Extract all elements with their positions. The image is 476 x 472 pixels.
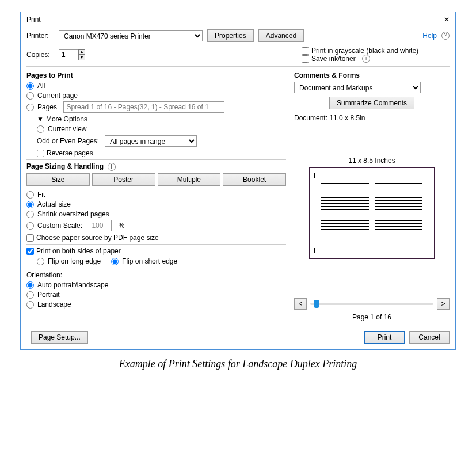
summarize-button[interactable]: Summarize Comments [329, 97, 414, 109]
copies-label: Copies: [26, 51, 54, 59]
print-preview [309, 167, 435, 259]
titlebar: Print ✕ [21, 12, 455, 27]
odd-even-select[interactable]: All pages in range [105, 135, 197, 147]
preview-prev-button[interactable]: < [294, 298, 307, 310]
orient-auto-radio[interactable] [26, 281, 34, 289]
saveink-check-row[interactable]: Save ink/toner i [302, 55, 418, 63]
sizing-title: Page Sizing & Handling i [26, 162, 286, 171]
copies-input[interactable] [59, 49, 78, 60]
print-dialog: Print ✕ Printer: Canon MX470 series Prin… [20, 12, 456, 350]
document-dimensions: Document: 11.0 x 8.5in [294, 114, 450, 122]
flip-long-radio[interactable] [37, 258, 44, 265]
crop-mark-icon [424, 173, 429, 178]
grayscale-check-row[interactable]: Print in grayscale (black and white) [302, 47, 418, 55]
saveink-checkbox[interactable] [302, 55, 309, 63]
multiple-button[interactable]: Multiple [158, 173, 221, 186]
pages-current-radio[interactable] [26, 92, 34, 100]
slider-thumb-icon[interactable] [314, 300, 319, 308]
booklet-button[interactable]: Booklet [223, 173, 286, 186]
print-button[interactable]: Print [364, 331, 405, 344]
pages-range-radio[interactable] [26, 104, 34, 111]
cancel-button[interactable]: Cancel [409, 331, 450, 344]
close-icon[interactable]: ✕ [444, 16, 450, 24]
odd-even-label: Odd or Even Pages: [37, 137, 99, 145]
size-button[interactable]: Size [26, 173, 90, 186]
printer-label: Printer: [26, 32, 54, 40]
actual-radio[interactable] [26, 201, 34, 208]
page-setup-button[interactable]: Page Setup... [31, 331, 88, 344]
copies-up-icon[interactable]: ▲ [78, 49, 85, 55]
orient-portrait-radio[interactable] [26, 291, 34, 299]
duplex-checkbox[interactable] [26, 248, 34, 255]
sizing-info-icon[interactable]: i [108, 163, 116, 171]
saveink-info-icon[interactable]: i [362, 55, 370, 63]
pages-all-radio[interactable] [26, 82, 34, 90]
figure-caption: Example of Print Settings for Landscape … [6, 358, 470, 370]
reverse-checkbox[interactable] [37, 150, 44, 157]
preview-slider[interactable] [310, 303, 433, 305]
custom-radio[interactable] [26, 222, 34, 230]
custom-scale-input[interactable] [89, 220, 112, 231]
orient-landscape-radio[interactable] [26, 301, 34, 309]
current-view-radio[interactable] [37, 125, 44, 133]
orientation-label: Orientation: [26, 271, 286, 279]
more-options-toggle[interactable]: ▼More Options [37, 115, 286, 123]
preview-dimensions: 11 x 8.5 Inches [294, 157, 450, 165]
flip-short-radio[interactable] [111, 258, 119, 265]
preview-next-button[interactable]: > [437, 298, 450, 310]
shrink-radio[interactable] [26, 211, 34, 218]
printer-select[interactable]: Canon MX470 series Printer [59, 30, 203, 41]
pages-to-print-title: Pages to Print [26, 71, 286, 79]
crop-mark-icon [314, 248, 320, 253]
copies-down-icon[interactable]: ▼ [78, 55, 85, 60]
poster-button[interactable]: Poster [92, 173, 155, 186]
properties-button[interactable]: Properties [207, 29, 254, 42]
grayscale-checkbox[interactable] [302, 47, 309, 55]
advanced-button[interactable]: Advanced [258, 29, 304, 42]
crop-mark-icon [424, 248, 429, 253]
help-link[interactable]: Help [422, 32, 437, 40]
comments-forms-select[interactable]: Document and Markups [294, 82, 421, 93]
window-title: Print [26, 16, 41, 24]
crop-mark-icon [314, 173, 320, 178]
choose-source-checkbox[interactable] [26, 234, 34, 242]
fit-radio[interactable] [26, 191, 34, 199]
help-info-icon[interactable]: ? [441, 32, 450, 40]
pages-range-input[interactable] [63, 101, 224, 113]
page-indicator: Page 1 of 16 [294, 313, 450, 321]
comments-forms-title: Comments & Forms [294, 71, 450, 79]
